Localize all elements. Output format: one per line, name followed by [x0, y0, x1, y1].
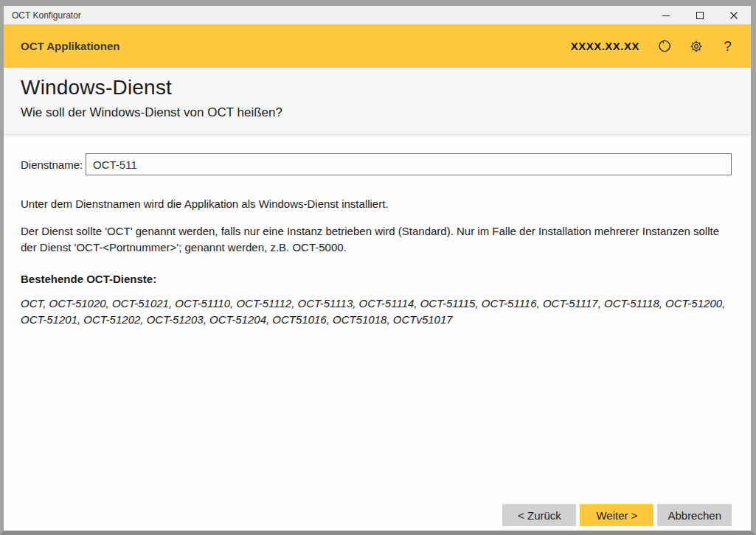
page-header: Windows-Dienst Wie soll der Windows-Dien…	[4, 68, 751, 135]
close-button[interactable]	[717, 6, 751, 24]
wizard-footer: < Zurück Weiter > Abbrechen	[21, 504, 732, 526]
app-window: OCT Konfigurator OCT Applikationen X	[0, 0, 756, 535]
app-title: OCT Applikationen	[21, 40, 571, 52]
refresh-icon[interactable]	[657, 39, 671, 53]
help-icon[interactable]: ?	[721, 39, 735, 53]
existing-services-list: OCT, OCT-51020, OCT-51021, OCT-51110, OC…	[21, 296, 732, 327]
gear-icon[interactable]	[689, 39, 703, 53]
install-info-text: Unter dem Dienstnamen wird die Applikati…	[21, 196, 732, 211]
naming-hint-text: Der Dienst sollte 'OCT' genannt werden, …	[21, 223, 732, 255]
page-title: Windows-Dienst	[21, 76, 751, 99]
page-content: Dienstname: Unter dem Dienstnamen wird d…	[4, 135, 751, 531]
service-name-row: Dienstname:	[21, 153, 732, 175]
app-header: OCT Applikationen XXXX.XX.XX	[4, 24, 751, 68]
minimize-button[interactable]	[649, 6, 683, 24]
minimize-icon	[662, 11, 670, 20]
close-icon	[729, 11, 738, 20]
page-subtitle: Wie soll der Windows-Dienst von OCT heiß…	[21, 105, 751, 120]
maximize-icon	[696, 11, 704, 20]
next-button[interactable]: Weiter >	[580, 504, 653, 526]
window-titlebar: OCT Konfigurator	[4, 6, 751, 24]
service-name-label: Dienstname:	[21, 158, 86, 171]
app-header-actions: XXXX.XX.XX	[571, 39, 735, 53]
window-title: OCT Konfigurator	[4, 10, 649, 21]
cancel-button[interactable]: Abbrechen	[657, 504, 732, 526]
version-label: XXXX.XX.XX	[571, 40, 639, 52]
existing-services-heading: Bestehende OCT-Dienste:	[21, 273, 732, 285]
service-name-input[interactable]	[86, 153, 732, 175]
maximize-button[interactable]	[683, 6, 717, 24]
back-button[interactable]: < Zurück	[502, 504, 576, 526]
help-glyph: ?	[724, 39, 732, 53]
window-controls	[649, 6, 751, 24]
